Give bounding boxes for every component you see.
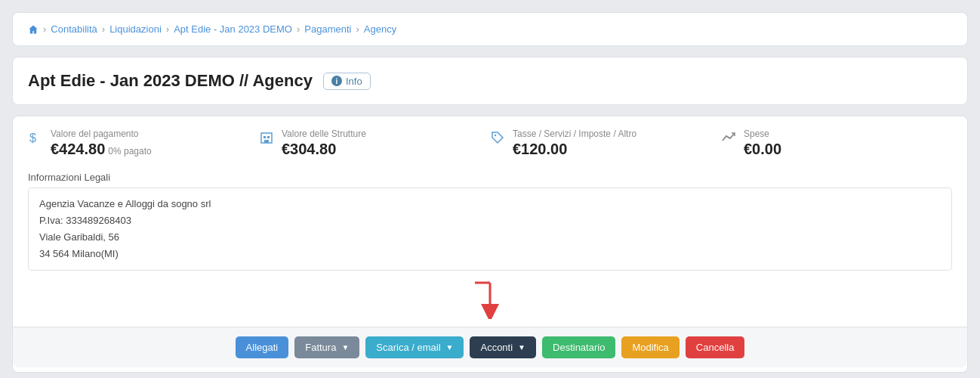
breadcrumb-sep-1: ›: [102, 23, 105, 35]
breadcrumb-item-1[interactable]: Liquidazioni: [109, 23, 162, 35]
title-row: Apt Edie - Jan 2023 DEMO // Agency i Inf…: [28, 71, 952, 91]
stat-label-2: Tasse / Servizi / Imposte / Altro: [513, 129, 636, 139]
stat-valore-strutture-content: Valore delle Strutture €304.80: [282, 129, 366, 158]
breadcrumb-item-3[interactable]: Pagamenti: [304, 23, 351, 35]
breadcrumb-sep-2: ›: [166, 23, 169, 35]
action-button-fattura[interactable]: Fattura▼: [294, 336, 359, 358]
action-button-destinatario[interactable]: Destinatario: [542, 336, 615, 358]
action-button-modifica[interactable]: Modifica: [621, 336, 679, 358]
stat-spese-content: Spese €0.00: [744, 129, 781, 158]
breadcrumb-sep-4: ›: [356, 23, 359, 35]
breadcrumb-card: › Contabilità › Liquidazioni › Apt Edie …: [12, 12, 968, 46]
breadcrumb: › Contabilità › Liquidazioni › Apt Edie …: [28, 23, 952, 35]
stat-label-0: Valore del pagamento: [51, 129, 152, 139]
stat-label-3: Spese: [744, 129, 781, 139]
action-button-scarica---email[interactable]: Scarica / email▼: [365, 336, 464, 358]
arrow-down-icon: [467, 281, 513, 319]
breadcrumb-home[interactable]: [28, 24, 39, 35]
breadcrumb-sep-0: ›: [43, 23, 46, 35]
page-title: Apt Edie - Jan 2023 DEMO // Agency: [28, 71, 313, 91]
svg-rect-2: [263, 136, 266, 138]
legal-box: Agenzia Vacanze e Alloggi da sogno srlP.…: [28, 187, 952, 271]
info-icon: i: [331, 76, 342, 86]
info-button-label: Info: [346, 76, 362, 87]
dropdown-arrow-icon: ▼: [341, 343, 349, 352]
stat-spese: Spese €0.00: [721, 129, 952, 158]
action-button-cancella[interactable]: Cancella: [686, 336, 745, 358]
home-icon: [28, 24, 39, 35]
dropdown-arrow-icon: ▼: [518, 343, 525, 352]
breadcrumb-item-2[interactable]: Apt Edie - Jan 2023 DEMO: [174, 23, 292, 35]
svg-rect-4: [264, 140, 269, 143]
stat-valore-pagamento-content: Valore del pagamento €424.800% pagato: [51, 129, 152, 158]
breadcrumb-sep-3: ›: [297, 23, 300, 35]
stat-value-0: €424.800% pagato: [51, 141, 152, 158]
stat-tasse: Tasse / Servizi / Imposte / Altro €120.0…: [490, 129, 721, 158]
arrow-row: [28, 281, 952, 319]
svg-rect-3: [267, 136, 270, 138]
dollar-icon: $: [28, 130, 43, 149]
svg-point-5: [495, 135, 496, 136]
stat-value-2: €120.00: [513, 141, 636, 158]
action-bar: AllegatiFattura▼Scarica / email▼Acconti▼…: [13, 327, 967, 367]
title-card: Apt Edie - Jan 2023 DEMO // Agency i Inf…: [12, 57, 968, 105]
action-button-allegati[interactable]: Allegati: [236, 336, 289, 358]
legal-section: Informazioni Legali Agenzia Vacanze e Al…: [28, 172, 952, 271]
building-icon: [259, 130, 274, 149]
tag-icon: [490, 130, 505, 149]
action-button-acconti[interactable]: Acconti▼: [470, 336, 536, 358]
trend-icon: [721, 130, 736, 149]
svg-text:$: $: [29, 132, 36, 144]
stat-valore-strutture: Valore delle Strutture €304.80: [259, 129, 490, 158]
breadcrumb-item-0[interactable]: Contabilità: [51, 23, 97, 35]
stats-card: $ Valore del pagamento €424.800% pagato: [12, 116, 968, 373]
legal-label: Informazioni Legali: [28, 172, 952, 183]
stat-value-1: €304.80: [282, 141, 366, 158]
stat-tasse-content: Tasse / Servizi / Imposte / Altro €120.0…: [513, 129, 636, 158]
breadcrumb-item-4[interactable]: Agency: [364, 23, 396, 35]
dropdown-arrow-icon: ▼: [446, 343, 454, 352]
stat-valore-pagamento: $ Valore del pagamento €424.800% pagato: [28, 129, 259, 158]
info-button[interactable]: i Info: [323, 73, 371, 90]
stats-row: $ Valore del pagamento €424.800% pagato: [28, 129, 952, 158]
stat-value-3: €0.00: [744, 141, 781, 158]
stat-label-1: Valore delle Strutture: [282, 129, 366, 139]
